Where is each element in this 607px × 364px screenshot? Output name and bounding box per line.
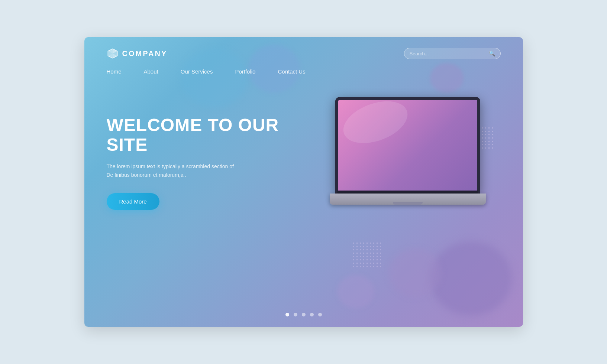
logo-icon [107,48,119,59]
dot-3[interactable] [302,313,306,316]
search-bar[interactable]: 🔍 [404,48,501,59]
hero-section: WELCOME TO OUR SITE The lorem ipsum text… [84,75,523,210]
search-input[interactable] [410,51,486,56]
header: COMPANY 🔍 [84,37,523,59]
laptop-screen [338,100,477,191]
landing-page: COMPANY 🔍 Home About Our Services Portfo… [84,37,523,327]
laptop-hinge [337,191,478,194]
search-button[interactable]: 🔍 [489,51,495,56]
dot-2[interactable] [294,313,297,316]
nav-portfolio[interactable]: Portfolio [235,68,255,75]
nav-home[interactable]: Home [107,68,122,75]
laptop-illustration [330,97,486,205]
logo-text: COMPANY [122,49,168,58]
blob-br1 [430,241,512,316]
nav-contact[interactable]: Contact Us [278,68,305,75]
screen-shine [338,100,413,151]
blob-br2 [389,249,441,297]
dot-5[interactable] [318,313,322,316]
read-more-button[interactable]: Read More [107,193,159,210]
laptop-base [330,194,486,205]
hero-content: WELCOME TO OUR SITE The lorem ipsum text… [107,104,293,210]
navigation: Home About Our Services Portfolio Contac… [84,59,523,75]
hero-title: WELCOME TO OUR SITE [107,116,293,155]
logo[interactable]: COMPANY [107,48,168,59]
nav-about[interactable]: About [144,68,158,75]
dot-4[interactable] [310,313,314,316]
nav-services[interactable]: Our Services [181,68,213,75]
hero-description: The lorem ipsum text is typically a scra… [107,162,240,180]
laptop-screen-outer [335,97,480,194]
dots-pattern-br [352,241,382,267]
blob-br3 [337,275,374,308]
slide-indicators [285,313,322,316]
dot-1[interactable] [285,313,289,316]
laptop [330,97,486,205]
